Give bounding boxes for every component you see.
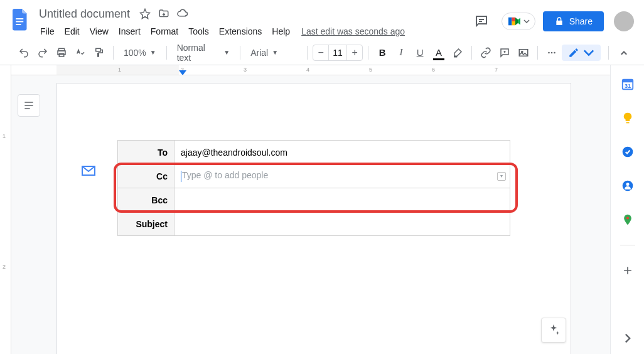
font-size-increase[interactable]: + xyxy=(347,45,362,60)
maps-icon[interactable] xyxy=(615,207,640,232)
menu-edit[interactable]: Edit xyxy=(60,24,85,39)
toolbar: 100% ▼ Normal text ▼ Arial ▼ − 11 + B I … xyxy=(0,40,644,65)
bcc-label: Bcc xyxy=(118,188,174,212)
insert-image-button[interactable] xyxy=(515,44,532,62)
font-value: Arial xyxy=(250,48,268,58)
vertical-ruler: 1 2 xyxy=(0,65,11,354)
contacts-icon[interactable] xyxy=(615,173,640,198)
add-addon-icon[interactable] xyxy=(615,258,640,283)
move-icon[interactable] xyxy=(156,6,171,21)
redo-button[interactable] xyxy=(34,44,51,62)
tasks-icon[interactable] xyxy=(615,139,640,164)
star-icon[interactable] xyxy=(137,6,153,21)
style-dropdown[interactable]: Normal text ▼ xyxy=(172,44,235,62)
menu-tools[interactable]: Tools xyxy=(183,24,214,39)
explore-button[interactable] xyxy=(541,318,566,343)
paint-format-button[interactable] xyxy=(90,44,108,62)
zoom-dropdown[interactable]: 100% ▼ xyxy=(119,44,161,62)
font-size-value[interactable]: 11 xyxy=(328,45,347,60)
underline-button[interactable]: U xyxy=(411,44,429,62)
ruler-tick: 4 xyxy=(306,67,309,73)
insert-link-button[interactable] xyxy=(477,44,495,62)
more-tools-button[interactable] xyxy=(543,44,561,62)
toolbar-separator xyxy=(608,46,609,60)
svg-point-18 xyxy=(626,183,629,186)
menu-extensions[interactable]: Extensions xyxy=(214,24,267,39)
ruler-tick: 2 xyxy=(3,264,6,270)
toolbar-separator xyxy=(537,46,538,60)
ruler-tick: 7 xyxy=(495,67,498,73)
svg-rect-0 xyxy=(16,18,23,19)
print-button[interactable] xyxy=(53,44,70,62)
document-title[interactable]: Untitled document xyxy=(35,6,134,22)
cc-field[interactable]: Type @ to add people ▾ xyxy=(174,164,510,188)
cloud-status-icon[interactable] xyxy=(175,6,190,21)
svg-rect-13 xyxy=(622,80,633,83)
svg-rect-2 xyxy=(16,24,21,25)
zoom-value: 100% xyxy=(124,48,146,58)
cc-placeholder: Type @ to add people xyxy=(182,170,268,180)
svg-rect-6 xyxy=(96,48,101,51)
menu-insert[interactable]: Insert xyxy=(114,24,146,39)
bcc-field[interactable] xyxy=(174,188,510,212)
bold-button[interactable]: B xyxy=(373,44,391,62)
italic-button[interactable]: I xyxy=(392,44,410,62)
calendar-icon[interactable]: 31 xyxy=(615,72,640,97)
email-draft-table: To ajaay@theandroidsoul.com Cc Type @ to… xyxy=(117,140,510,236)
insert-comment-button[interactable] xyxy=(496,44,513,62)
toolbar-separator xyxy=(307,46,308,60)
cc-label: Cc xyxy=(118,164,174,188)
ruler-tick: 3 xyxy=(244,67,247,73)
gmail-icon xyxy=(81,165,96,178)
menubar: File Edit View Insert Format Tools Exten… xyxy=(35,23,469,40)
comments-icon[interactable] xyxy=(469,9,494,34)
svg-point-19 xyxy=(626,217,628,219)
collapse-toolbar-button[interactable] xyxy=(616,40,631,65)
to-label: To xyxy=(118,141,174,164)
text-cursor xyxy=(181,171,181,182)
font-size-decrease[interactable]: − xyxy=(313,45,328,60)
docs-logo[interactable] xyxy=(8,8,33,33)
spellcheck-button[interactable] xyxy=(72,44,89,62)
side-panel: 31 xyxy=(610,65,644,354)
menu-help[interactable]: Help xyxy=(267,24,295,39)
menu-format[interactable]: Format xyxy=(146,24,183,39)
svg-rect-1 xyxy=(16,21,23,23)
side-panel-separator xyxy=(620,245,635,245)
recipient-dropdown-icon[interactable]: ▾ xyxy=(497,172,506,181)
highlight-color-button[interactable] xyxy=(449,44,466,62)
toolbar-separator xyxy=(471,46,472,60)
to-field[interactable]: ajaay@theandroidsoul.com xyxy=(174,141,510,164)
share-button[interactable]: Share xyxy=(543,11,604,31)
toolbar-separator xyxy=(368,46,368,60)
user-avatar[interactable] xyxy=(614,11,634,31)
document-canvas[interactable]: To ajaay@theandroidsoul.com Cc Type @ to… xyxy=(11,75,610,354)
text-color-button[interactable]: A xyxy=(430,44,448,62)
ruler-tick: 1 xyxy=(3,133,6,139)
font-dropdown[interactable]: Arial ▼ xyxy=(245,44,302,62)
keep-icon[interactable] xyxy=(615,105,640,131)
menu-file[interactable]: File xyxy=(35,24,60,39)
ruler-tick: 6 xyxy=(432,67,435,73)
toolbar-separator xyxy=(113,46,114,60)
toolbar-separator xyxy=(240,46,240,60)
app-header: Untitled document File Edit View Insert … xyxy=(0,0,644,40)
svg-point-10 xyxy=(551,51,553,53)
ruler-tick: 5 xyxy=(369,67,372,73)
subject-field[interactable] xyxy=(174,212,510,236)
svg-rect-15 xyxy=(626,122,629,124)
last-edit-link[interactable]: Last edit was seconds ago xyxy=(301,26,405,36)
svg-point-9 xyxy=(548,51,550,53)
undo-button[interactable] xyxy=(15,44,33,62)
page[interactable]: To ajaay@theandroidsoul.com Cc Type @ to… xyxy=(56,83,571,354)
share-button-label: Share xyxy=(569,16,593,26)
editing-mode-button[interactable] xyxy=(562,45,601,61)
meet-button[interactable] xyxy=(502,13,535,30)
indent-marker-icon[interactable] xyxy=(179,70,186,75)
horizontal-ruler: 1 2 3 4 5 6 7 xyxy=(11,65,610,75)
style-value: Normal text xyxy=(177,43,220,63)
font-size-control: − 11 + xyxy=(313,45,363,61)
menu-view[interactable]: View xyxy=(85,24,114,39)
toolbar-separator xyxy=(166,46,167,60)
hide-side-panel-icon[interactable] xyxy=(615,329,640,354)
